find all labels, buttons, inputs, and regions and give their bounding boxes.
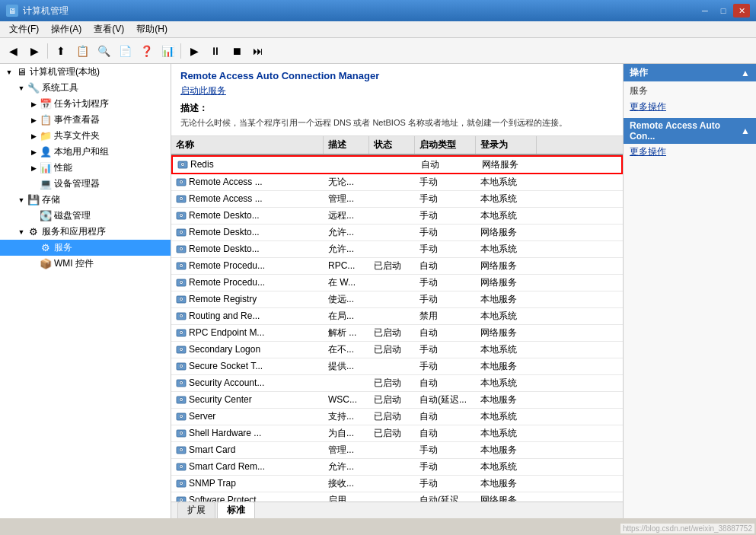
service-name-cell: Remote Deskto... [171, 209, 324, 222]
pause-button[interactable]: ⏸ [206, 41, 225, 61]
table-row[interactable]: Remote Deskto... 允许... 手动 本地系统 [171, 241, 623, 258]
header-startup[interactable]: 启动类型 [415, 136, 476, 154]
header-desc[interactable]: 描述 [324, 136, 369, 154]
help-button[interactable]: ❓ [136, 41, 156, 61]
table-row[interactable]: Remote Access ... 管理... 手动 本地系统 [171, 191, 623, 208]
tree-item-local-users[interactable]: ▶ 👤 本地用户和组 [0, 144, 171, 160]
tree-item-device-manager[interactable]: 💻 设备管理器 [0, 176, 171, 192]
run-button[interactable]: ▶ [184, 41, 204, 61]
service-name-cell: Remote Procedu... [171, 259, 324, 272]
show-hide-button[interactable]: 📋 [72, 41, 92, 61]
service-name-cell: RPC Endpoint M... [171, 326, 324, 339]
table-row[interactable]: Routing and Re... 在局... 禁用 本地系统 [171, 308, 623, 325]
header-logon[interactable]: 登录为 [476, 136, 537, 154]
table-row[interactable]: Remote Deskto... 允许... 手动 网络服务 [171, 225, 623, 241]
service-name-cell: Remote Access ... [171, 175, 324, 189]
right-action-more-services[interactable]: 更多操作 [624, 99, 756, 115]
header-name[interactable]: 名称 [171, 136, 324, 154]
svg-point-20 [180, 265, 182, 266]
menu-file[interactable]: 文件(F) [3, 21, 45, 37]
tree-item-task-scheduler[interactable]: ▶ 📅 任务计划程序 [0, 96, 171, 112]
service-startup-cell: 自动 [416, 157, 477, 173]
service-icon [176, 361, 187, 371]
tree-item-wmi[interactable]: 📦 WMI 控件 [0, 256, 171, 272]
close-button[interactable]: ✕ [733, 4, 750, 18]
service-desc-cell [324, 381, 369, 384]
right-panel-collapse-icon[interactable]: ▲ [741, 68, 750, 78]
service-startup-cell: 自动 [415, 375, 476, 391]
service-name: Software Protect... [189, 495, 264, 502]
service-icon [176, 260, 187, 271]
service-name-cell: Secure Socket T... [171, 359, 324, 373]
table-row[interactable]: Smart Card Rem... 允许... 手动 本地系统 [171, 459, 623, 476]
service-icon [176, 377, 187, 388]
table-row[interactable]: Redis 自动 网络服务 [171, 155, 623, 174]
service-name: Secure Socket T... [189, 361, 263, 371]
tree-item-computer[interactable]: ▼ 🖥 计算机管理(本地) [0, 64, 171, 80]
service-desc-cell: 允许... [324, 225, 369, 240]
minimize-button[interactable]: ─ [697, 4, 713, 18]
restart-button[interactable]: ⏭ [248, 41, 268, 61]
expand-shared-folders: ▶ [27, 130, 40, 142]
table-row[interactable]: Remote Procedu... 在 W... 手动 网络服务 [171, 275, 623, 291]
table-row[interactable]: RPC Endpoint M... 解析 ... 已启动 自动 网络服务 [171, 325, 623, 342]
tree-item-services-apps[interactable]: ▼ ⚙ 服务和应用程序 [0, 224, 171, 240]
back-button[interactable]: ◀ [3, 41, 23, 61]
table-row[interactable]: Secure Socket T... 提供... 手动 本地服务 [171, 358, 623, 375]
table-row[interactable]: Shell Hardware ... 为自... 已启动 自动 本地系统 [171, 425, 623, 442]
header-status[interactable]: 状态 [369, 136, 415, 154]
up-button[interactable]: ⬆ [51, 41, 71, 61]
tree-item-storage[interactable]: ▼ 💾 存储 [0, 192, 171, 208]
table-row[interactable]: Server 支持... 已启动 自动 本地系统 [171, 409, 623, 425]
tree-item-event-viewer[interactable]: ▶ 📋 事件查看器 [0, 112, 171, 128]
tree-item-services[interactable]: ⚙ 服务 [0, 240, 171, 256]
menu-help[interactable]: 帮助(H) [130, 21, 174, 37]
restore-button[interactable]: □ [715, 4, 732, 18]
wmi-icon: 📦 [40, 258, 52, 270]
window-controls: ─ □ ✕ [697, 4, 750, 18]
search-button[interactable]: 🔍 [94, 41, 113, 61]
properties-button[interactable]: 📊 [158, 41, 177, 61]
export-button[interactable]: 📄 [115, 41, 135, 61]
tab-bar: 扩展 标准 [171, 502, 623, 518]
service-logon-cell: 网络服务 [477, 157, 538, 173]
table-row[interactable]: Remote Access ... 无论... 手动 本地系统 [171, 174, 623, 191]
services-list: Redis 自动 网络服务 Remote Access ... 无论... 手动… [171, 155, 623, 502]
tree-label-computer: 计算机管理(本地) [30, 65, 100, 78]
service-name: Remote Access ... [189, 193, 263, 204]
tree-item-shared-folders[interactable]: ▶ 📁 共享文件夹 [0, 128, 171, 144]
table-row[interactable]: Software Protect... 启用 ... 自动(延迟... 网络服务 [171, 492, 623, 502]
table-row[interactable]: Remote Procedu... RPC... 已启动 自动 网络服务 [171, 258, 623, 275]
table-row[interactable]: Remote Deskto... 远程... 手动 本地系统 [171, 208, 623, 225]
expand-computer: ▼ [3, 66, 15, 78]
tab-standard[interactable]: 标准 [217, 502, 255, 518]
tree-label-performance: 性能 [54, 161, 72, 174]
service-desc-cell: 接收... [324, 476, 369, 492]
table-row[interactable]: Security Center WSC... 已启动 自动(延迟... 本地服务 [171, 392, 623, 409]
tree-item-system-tools[interactable]: ▼ 🔧 系统工具 [0, 80, 171, 96]
right-remote-expand-icon[interactable]: ▲ [741, 126, 750, 136]
service-name: Shell Hardware ... [189, 428, 261, 438]
start-service-link[interactable]: 启动此服务 [180, 85, 226, 96]
table-row[interactable]: Secondary Logon 在不... 已启动 手动 本地系统 [171, 342, 623, 358]
forward-button[interactable]: ▶ [24, 41, 44, 61]
expand-wmi [27, 258, 40, 270]
menu-view[interactable]: 查看(V) [88, 21, 130, 37]
stop-button[interactable]: ⏹ [227, 41, 247, 61]
service-name-cell: Shell Hardware ... [171, 426, 324, 440]
table-row[interactable]: SNMP Trap 接收... 手动 本地服务 [171, 476, 623, 492]
service-logon-cell: 本地服务 [476, 291, 537, 307]
right-action-more-remote[interactable]: 更多操作 [624, 144, 756, 160]
service-logon-cell: 网络服务 [476, 258, 537, 274]
services-container[interactable]: 名称 描述 状态 启动类型 登录为 Redis 自动 网络服务 Remote A… [171, 136, 623, 502]
tree-item-disk-manager[interactable]: 💽 磁盘管理 [0, 208, 171, 224]
table-row[interactable]: Smart Card 管理... 手动 本地服务 [171, 442, 623, 459]
tab-expand[interactable]: 扩展 [177, 502, 215, 518]
tree-item-performance[interactable]: ▶ 📊 性能 [0, 160, 171, 176]
table-row[interactable]: Security Account... 已启动 自动 本地系统 [171, 375, 623, 392]
service-desc-cell: 管理... [324, 191, 369, 207]
table-row[interactable]: Remote Registry 使远... 手动 本地服务 [171, 291, 623, 308]
svg-point-41 [180, 382, 182, 384]
service-logon-cell: 网络服务 [476, 275, 537, 291]
menu-action[interactable]: 操作(A) [45, 21, 88, 37]
